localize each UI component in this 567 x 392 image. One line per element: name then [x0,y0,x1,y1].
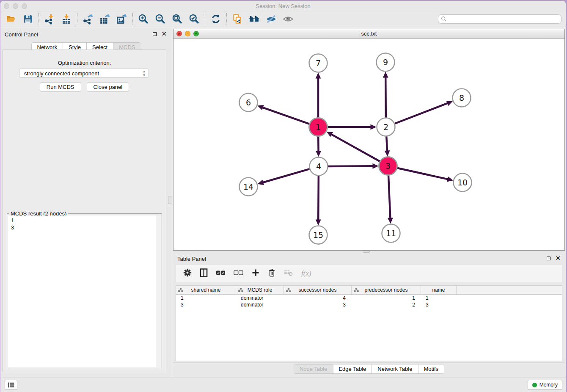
close-panel-icon[interactable]: ✕ [161,32,167,36]
export-table-icon[interactable] [98,13,112,25]
application-window: Session: New Session [0,1,566,392]
tab-edge-table[interactable]: Edge Table [333,364,372,373]
table-cell[interactable]: 4 [284,295,352,301]
graph-edge-2-9[interactable] [385,75,386,119]
memory-status-icon [532,383,537,387]
graph-edge-3-11[interactable] [388,174,391,220]
float-panel-icon[interactable] [153,32,157,36]
splitter-grip[interactable] [363,251,370,253]
export-image-icon[interactable] [115,13,129,25]
list-icon [7,381,15,388]
columns-icon[interactable] [200,268,208,279]
mcds-result-lines: 13 [8,215,161,231]
arrowhead-icon [258,180,264,185]
graph-edge-3-1[interactable] [330,133,381,162]
float-panel-icon[interactable] [547,257,550,260]
arrowhead-icon [385,150,390,156]
arrowhead-icon [316,73,321,79]
search-input[interactable] [447,16,561,22]
home-network-icon[interactable] [248,13,261,25]
table-cell[interactable]: dominator [236,295,284,301]
graph-edge-1-6[interactable] [261,107,311,124]
tab-node-table[interactable]: Node Table [294,364,333,373]
zoom-selected-icon[interactable] [187,13,201,25]
arrowhead-icon [383,72,388,77]
optimization-criterion-label: Optimization criterion: [3,60,166,66]
table-row[interactable]: 3dominator323 [176,301,562,308]
graph-edge-4-14[interactable] [261,168,311,183]
gear-icon[interactable] [183,268,192,279]
graph-edge-3-10[interactable] [396,168,450,179]
dropdown-stepper-icon: ▲▼ [143,69,146,77]
graph-node-label: 14 [243,182,253,191]
column-header-successor-nodes[interactable]: successor nodes [284,286,352,294]
table-cell[interactable]: 3 [176,301,236,308]
arrowhead-icon [372,163,378,169]
graph-edge-2-8[interactable] [394,102,449,124]
add-column-icon[interactable] [251,268,260,279]
arrowhead-icon [388,218,393,224]
arrowhead-icon [257,105,264,110]
graph-node-label: 7 [316,58,321,68]
network-window-titlebar[interactable]: × − + scc.txt [173,29,564,39]
delete-column-icon[interactable] [284,269,293,278]
column-header-predecessor-nodes[interactable]: predecessor nodes [352,286,421,294]
copy-document-icon[interactable] [231,13,244,25]
table-cell[interactable]: 1 [421,295,457,301]
select-all-checkboxes-icon[interactable] [216,270,226,277]
node-table: shared nameMCDS rolesuccessor nodesprede… [176,285,562,361]
column-label: successor nodes [298,287,336,293]
arrowhead-icon [371,124,377,130]
splitter-grip[interactable] [168,196,172,204]
graph-node-label: 4 [316,162,321,171]
table-cell[interactable]: 1 [352,295,421,301]
show-eye-icon[interactable] [281,13,295,25]
table-panel-title: Table Panel [177,256,206,262]
open-folder-icon[interactable] [4,13,18,25]
table-body: 1dominator4113dominator323 [176,295,562,308]
table-cell[interactable]: 1 [176,295,236,301]
tab-motifs[interactable]: Motifs [418,364,444,373]
table-cell[interactable]: 2 [352,301,421,308]
zoom-in-icon[interactable] [137,13,150,25]
zoom-out-icon[interactable] [154,13,167,25]
graph-edge-4-15[interactable] [318,174,319,222]
search-field[interactable] [438,14,561,24]
table-row[interactable]: 1dominator411 [176,295,562,301]
table-panel-tabs: Node TableEdge TableNetwork TableMotifs [294,364,444,374]
hide-eye-icon[interactable] [264,13,278,25]
table-panel: Table Panel ✕ f(x) shared nameMCDS roles… [173,254,565,376]
import-table-icon[interactable] [60,13,73,25]
zoom-fit-icon[interactable] [171,13,184,25]
criterion-dropdown-value: strongly connected component [24,70,99,77]
column-label: shared name [191,287,220,293]
graph-node-label: 6 [246,98,251,107]
import-network-icon[interactable] [43,13,56,25]
table-cell[interactable]: dominator [236,301,284,308]
column-header-MCDS-role[interactable]: MCDS role [236,286,284,294]
close-panel-button[interactable]: Close panel [87,82,129,92]
graph-node-label: 10 [457,178,468,187]
task-history-button[interactable] [5,380,17,390]
export-network-icon[interactable] [81,13,95,25]
tab-network-table[interactable]: Network Table [372,364,418,373]
mcds-result-textarea[interactable]: 13 [8,215,161,367]
memory-button[interactable]: Memory [528,380,562,390]
trash-icon[interactable] [268,268,276,279]
graph-edge-4-3[interactable] [327,166,375,166]
run-mcds-button[interactable]: Run MCDS [40,82,81,92]
scrollbar-track[interactable] [156,215,161,367]
refresh-icon[interactable] [209,13,223,25]
table-cell[interactable]: 3 [284,301,352,308]
save-icon[interactable] [21,13,35,25]
deselect-all-checkboxes-icon[interactable] [234,270,243,277]
function-builder-icon[interactable]: f(x) [301,269,311,278]
close-panel-icon[interactable]: ✕ [555,256,561,260]
graph-edge-2-3[interactable] [386,135,387,153]
criterion-dropdown[interactable]: strongly connected component ▲▼ [19,69,149,78]
column-header-name[interactable]: name [421,286,457,294]
table-header-row: shared nameMCDS rolesuccessor nodesprede… [176,286,562,295]
table-cell[interactable]: 3 [421,301,457,308]
column-header-shared-name[interactable]: shared name [176,286,236,294]
network-canvas[interactable]: 7968124314101511 [173,39,564,251]
